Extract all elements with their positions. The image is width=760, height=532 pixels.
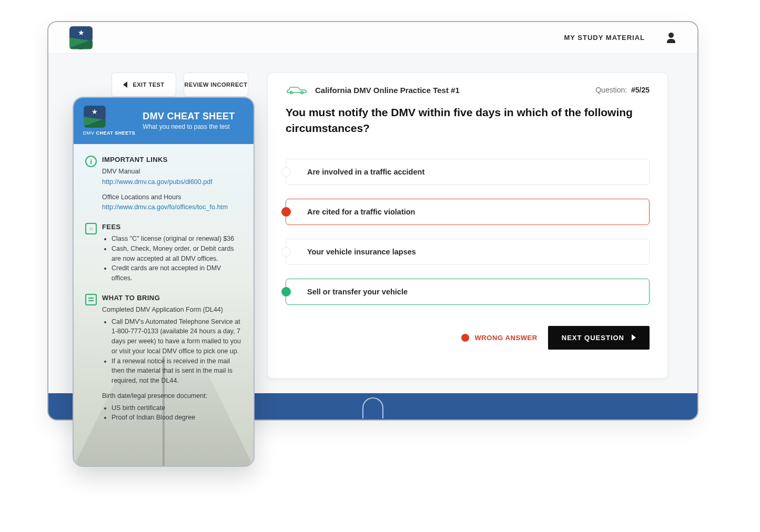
answer-text: Are involved in a traffic accident (307, 168, 424, 176)
mobile-brandline: DMV CHEAT SHEETS (83, 130, 135, 136)
question-text: You must notify the DMV within five days… (286, 105, 650, 137)
nav-my-study-material[interactable]: MY STUDY MATERIAL (564, 34, 645, 42)
answer-option[interactable]: Are involved in a traffic accident (286, 159, 650, 185)
topbar: MY STUDY MATERIAL (48, 22, 697, 54)
answer-text: Sell or transfer your vehicle (307, 288, 408, 296)
arc-icon (362, 397, 383, 418)
section-heading: IMPORTANT LINKS (102, 156, 242, 163)
brand-shield-icon (69, 26, 93, 49)
dmv-manual-link[interactable]: http://www.dmv.ca.gov/pubs/dl600.pdf (102, 178, 212, 186)
list-item: Credit cards are not accepted in DMV off… (112, 263, 242, 283)
quiz-card: California DMV Online Practice Test #1 Q… (267, 73, 668, 378)
birth-label: Birth date/legal presence document: (102, 391, 242, 401)
next-question-button[interactable]: NEXT QUESTION (548, 326, 650, 350)
list-item: Class "C" license (original or renewal) … (112, 234, 242, 244)
mobile-subtitle: What you need to pass the test (143, 123, 235, 130)
answer-option-correct[interactable]: Sell or transfer your vehicle (286, 279, 650, 305)
dot-icon (461, 334, 469, 342)
link-label: Office Locations and Hours (102, 192, 242, 202)
list-item: If a renewal notice is received in the m… (112, 356, 242, 386)
mobile-title: DMV CHEAT SHEET (143, 111, 235, 122)
list-item: US birth certificate (112, 403, 242, 413)
section-fees: ○ FEES Class "C" license (original or re… (85, 223, 242, 283)
user-icon[interactable] (666, 33, 676, 43)
list-item: Call DMV's Automated Telephone Service a… (112, 317, 242, 356)
exit-test-button[interactable]: EXIT TEST (112, 73, 176, 97)
office-locations-link[interactable]: http://www.dmv.ca.gov/fo/offices/toc_fo.… (102, 203, 228, 211)
bring-intro: Completed DMV Application Form (DL44) (102, 305, 242, 315)
wrong-answer-badge: WRONG ANSWER (461, 334, 537, 342)
document-icon (85, 294, 97, 305)
quiz-progress: Question: #5/25 (595, 86, 650, 94)
quiz-title: California DMV Online Practice Test #1 (315, 86, 460, 95)
section-heading: FEES (102, 223, 242, 231)
answer-list: Are involved in a traffic accident Are c… (286, 159, 650, 305)
list-item: Proof of Indian Blood degree (112, 413, 242, 423)
chevron-right-icon (632, 334, 636, 341)
mobile-overlay: DMV CHEAT SHEETS DMV CHEAT SHEET What yo… (73, 97, 255, 467)
section-heading: WHAT TO BRING (102, 294, 242, 302)
radio-icon (281, 287, 291, 296)
next-question-label: NEXT QUESTION (562, 334, 624, 342)
exit-test-label: EXIT TEST (133, 81, 164, 88)
mobile-header: DMV CHEAT SHEETS DMV CHEAT SHEET What yo… (74, 98, 254, 144)
car-icon (286, 85, 308, 95)
section-important-links: i IMPORTANT LINKS DMV Manual http://www.… (85, 156, 242, 212)
answer-text: Your vehicle insurance lapses (307, 248, 416, 256)
list-item: Cash, Check, Money order, or Debit cards… (112, 244, 242, 264)
review-incorrect-label: REVIEW INCORRECT (185, 81, 248, 88)
link-label: DMV Manual (102, 167, 242, 177)
money-icon: ○ (85, 223, 97, 234)
brand-shield-icon (84, 106, 106, 128)
radio-icon (281, 167, 291, 177)
section-what-to-bring: WHAT TO BRING Completed DMV Application … (85, 294, 242, 423)
radio-icon (281, 207, 291, 217)
radio-icon (281, 247, 291, 257)
answer-text: Are cited for a traffic violation (307, 208, 415, 216)
mobile-body: i IMPORTANT LINKS DMV Manual http://www.… (74, 144, 254, 467)
answer-option[interactable]: Your vehicle insurance lapses (286, 239, 650, 265)
info-icon: i (85, 156, 97, 167)
review-incorrect-button[interactable]: REVIEW INCORRECT (184, 73, 248, 97)
chevron-left-icon (123, 81, 127, 88)
answer-option-selected-wrong[interactable]: Are cited for a traffic violation (286, 199, 650, 225)
